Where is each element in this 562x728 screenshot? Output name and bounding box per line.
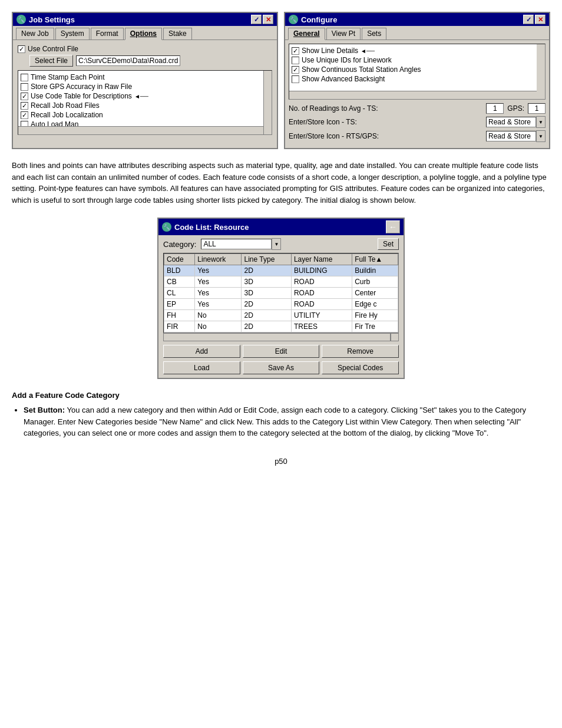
- table-row[interactable]: BLD Yes 2D BUILDING Buildin: [164, 265, 398, 276]
- tab-sets[interactable]: Sets: [362, 28, 386, 39]
- enter-store-ts-row: Enter/Store Icon - TS: Read & Store ▼: [289, 116, 546, 128]
- show-line-details-checkbox[interactable]: [292, 47, 299, 55]
- tab-system[interactable]: System: [55, 28, 90, 39]
- table-row[interactable]: FIR No 2D TREES Fir Tre: [164, 321, 398, 332]
- tab-view-pt[interactable]: View Pt: [326, 28, 361, 39]
- code-list-titlebar: 🔧 Code List: Resource ←: [158, 219, 404, 235]
- configure-close-button[interactable]: ✕: [535, 15, 546, 24]
- job-settings-icon: 🔧: [16, 15, 26, 24]
- recall-local-label: Recall Job Localization: [31, 111, 103, 119]
- back-button[interactable]: ←: [386, 220, 400, 233]
- tab-general[interactable]: General: [288, 28, 325, 40]
- use-control-file-checkbox[interactable]: [18, 45, 25, 53]
- options-scrollable-list: Time Stamp Each Point Store GPS Accuracy…: [18, 70, 272, 135]
- titlebar-left: 🔧 Job Settings: [16, 15, 75, 24]
- table-row[interactable]: FH No 2D UTILITY Fire Hy: [164, 310, 398, 321]
- category-label: Category:: [163, 240, 196, 249]
- configure-icon: 🔧: [289, 15, 298, 24]
- body-text: Both lines and points can have attribute…: [12, 160, 550, 206]
- configure-dialog: 🔧 Configure ✓ ✕ General View Pt Sets Sho…: [284, 12, 550, 149]
- configure-vscrollbar[interactable]: [537, 44, 545, 99]
- cell-linework: Yes: [195, 265, 242, 276]
- use-code-table-row: Use Code Table for Descriptions ◄──: [21, 92, 260, 100]
- cell-linework: No: [195, 310, 242, 321]
- category-arrow[interactable]: ▼: [272, 238, 281, 250]
- gps-label: GPS:: [507, 104, 524, 113]
- show-line-details-label: Show Line Details: [302, 47, 358, 55]
- code-list-titlebar-left: 🔧 Code List: Resource: [162, 222, 249, 232]
- configure-check-button[interactable]: ✓: [523, 15, 534, 24]
- tab-format[interactable]: Format: [91, 28, 124, 39]
- cell-code: FIR: [164, 321, 195, 332]
- enter-store-ts-dropdown[interactable]: Read & Store ▼: [486, 116, 546, 128]
- page-number: p50: [12, 457, 550, 466]
- code-table-container: Code Linework Line Type Layer Name Full …: [163, 253, 399, 333]
- enter-store-rts-dropdown[interactable]: Read & Store ▼: [486, 130, 546, 142]
- tab-options[interactable]: Options: [125, 28, 162, 40]
- cell-code: CB: [164, 276, 195, 288]
- enter-store-rts-arrow[interactable]: ▼: [536, 130, 546, 142]
- configure-titlebar-left: 🔧 Configure: [289, 15, 337, 24]
- bullet-text: You can add a new category and then with…: [24, 406, 526, 437]
- edit-button[interactable]: Edit: [243, 345, 320, 358]
- show-advanced-checkbox[interactable]: [292, 75, 299, 83]
- enter-store-rts-row: Enter/Store Icon - RTS/GPS: Read & Store…: [289, 130, 546, 142]
- cell-layername: BUILDING: [291, 265, 352, 276]
- page-number-text: p50: [275, 457, 287, 466]
- vertical-scrollbar[interactable]: [263, 71, 272, 134]
- table-row[interactable]: EP Yes 2D ROAD Edge c: [164, 299, 398, 310]
- horizontal-scrollbar[interactable]: [18, 126, 263, 134]
- category-dropdown[interactable]: ALL ▼: [201, 238, 281, 250]
- scrollbar-corner: [391, 333, 399, 341]
- file-path-input[interactable]: C:\SurvCEDemo\Data\Road.crd: [76, 55, 180, 66]
- configure-scrollable: Show Line Details ◄── Use Unique IDs for…: [289, 44, 546, 100]
- cell-linework: Yes: [195, 276, 242, 288]
- back-arrow-icon: ←: [389, 222, 397, 232]
- add-button[interactable]: Add: [163, 345, 240, 358]
- col-full-text: Full Te▲: [352, 254, 398, 265]
- cell-fulltext: Curb: [352, 276, 398, 288]
- cell-fulltext: Fir Tre: [352, 321, 398, 332]
- readings-ts-input[interactable]: [486, 103, 504, 114]
- enter-store-ts-arrow[interactable]: ▼: [536, 116, 546, 128]
- col-line-type: Line Type: [242, 254, 291, 265]
- close-button[interactable]: ✕: [263, 15, 273, 24]
- tab-stake[interactable]: Stake: [163, 28, 192, 39]
- use-code-table-checkbox[interactable]: [21, 93, 28, 100]
- job-settings-content: Use Control File Select File C:\SurvCEDe…: [13, 40, 277, 140]
- select-file-row: Select File C:\SurvCEDemo\Data\Road.crd: [29, 55, 272, 67]
- recall-road-row: Recall Job Road Files: [21, 101, 260, 110]
- select-file-button[interactable]: Select File: [29, 55, 73, 67]
- cell-linetype: 3D: [242, 276, 291, 288]
- unique-ids-checkbox[interactable]: [292, 57, 299, 64]
- store-gps-checkbox[interactable]: [21, 83, 28, 91]
- table-row[interactable]: CL Yes 3D ROAD Center: [164, 288, 398, 299]
- code-table-scrollbar-row: [163, 333, 399, 341]
- recall-road-checkbox[interactable]: [21, 102, 28, 110]
- set-button[interactable]: Set: [378, 238, 399, 250]
- job-settings-titlebar: 🔧 Job Settings ✓ ✕: [13, 13, 277, 26]
- recall-local-checkbox[interactable]: [21, 111, 28, 119]
- code-table-hscrollbar[interactable]: [163, 333, 391, 341]
- readings-gps-input[interactable]: [528, 103, 546, 114]
- special-codes-button[interactable]: Special Codes: [322, 361, 399, 374]
- configure-hscrollbar[interactable]: [289, 91, 537, 99]
- check-button[interactable]: ✓: [251, 15, 262, 24]
- table-row[interactable]: CB Yes 3D ROAD Curb: [164, 276, 398, 288]
- timestamp-row: Time Stamp Each Point: [21, 73, 260, 81]
- cell-fulltext: Buildin: [352, 265, 398, 276]
- enter-store-ts-value: Read & Store: [486, 117, 536, 127]
- tab-new-job[interactable]: New Job: [16, 28, 54, 39]
- cell-linework: Yes: [195, 299, 242, 310]
- load-button[interactable]: Load: [163, 361, 240, 374]
- code-list-icon: 🔧: [162, 222, 171, 232]
- timestamp-checkbox[interactable]: [21, 74, 28, 81]
- remove-button[interactable]: Remove: [322, 345, 399, 358]
- use-code-table-label: Use Code Table for Descriptions: [31, 92, 132, 100]
- show-continuous-checkbox[interactable]: [292, 66, 299, 74]
- save-as-button[interactable]: Save As: [243, 361, 320, 374]
- configure-titlebar-buttons: ✓ ✕: [523, 15, 546, 24]
- show-continuous-label: Show Continuous Total Station Angles: [302, 65, 421, 74]
- show-advanced-label: Show Advanced Backsight: [302, 75, 385, 83]
- job-settings-tabs: New Job System Format Options Stake: [13, 26, 277, 40]
